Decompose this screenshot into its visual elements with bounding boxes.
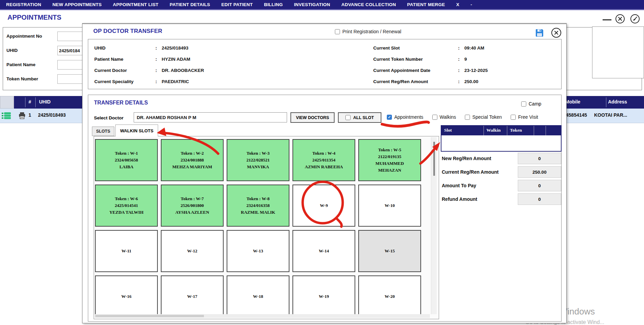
slot-token-label: Token : W-7: [181, 195, 204, 202]
table-select-column-header: [0, 96, 14, 109]
checkbox-icon[interactable]: [511, 115, 516, 120]
checkbox-icon[interactable]: [335, 29, 340, 34]
menu-item-edit-patient[interactable]: EDIT PATIENT: [221, 2, 253, 7]
slot-table-col-item: [546, 126, 561, 135]
checkbox-icon[interactable]: [521, 101, 526, 107]
camp-checkbox[interactable]: Camp: [521, 101, 541, 107]
slot-token-label: Token : W-3: [246, 150, 269, 157]
menu-item-billing[interactable]: BILLING: [264, 2, 283, 7]
slot-w-5[interactable]: Token : W-52122/019135MUHAMMED MEHAZAN: [358, 139, 421, 181]
clear-icon[interactable]: [630, 14, 640, 23]
menu-item-investigation[interactable]: INVESTIGATION: [294, 2, 330, 7]
minimize-icon[interactable]: [603, 19, 611, 20]
all-slot-checkbox-button[interactable]: ALL SLOT: [338, 112, 381, 123]
slot-uhid: 2122/019135: [378, 153, 401, 160]
tab-slots[interactable]: SLOTS: [92, 127, 114, 136]
slot-w-2[interactable]: Token : W-22324/001888MEHZA MARIYAM: [161, 139, 224, 181]
slot-w-8[interactable]: Token : W-82324/016358RAZMIL MALIK: [227, 185, 289, 227]
slot-w-11[interactable]: W-11: [95, 230, 158, 272]
special-token-label: Special Token: [472, 114, 502, 120]
camp-label: Camp: [529, 101, 541, 107]
list-glyph: [2, 112, 12, 119]
info-value: 9: [465, 57, 467, 62]
slot-w-14[interactable]: W-14: [292, 230, 355, 272]
checkbox-icon[interactable]: [345, 115, 351, 120]
print-registration-label: Print Registration / Renewal: [342, 29, 401, 34]
slot-token-label: Token : W-8: [246, 195, 269, 202]
column-divider: [606, 97, 606, 107]
menu-item-advance-collection[interactable]: ADVANCE COLLECTION: [341, 2, 396, 7]
slot-w-13[interactable]: W-13: [227, 230, 289, 272]
slot-uhid: 2324/001888: [181, 157, 204, 164]
slot-w-18[interactable]: W-18: [227, 275, 289, 318]
slot-w-19[interactable]: W-19: [292, 275, 355, 318]
free-visit-checkbox[interactable]: Free Visit: [511, 114, 538, 120]
info-colon: :: [155, 45, 157, 51]
slot-token-label: Token : W-5: [378, 147, 401, 153]
checkbox-icon[interactable]: [432, 115, 437, 120]
info-row: Current Reg/Ren Amount:250.00: [373, 79, 478, 84]
amount-row: Current Reg/Ren Amount250.00: [442, 166, 561, 178]
list-icon[interactable]: [2, 112, 12, 120]
slot-w-10[interactable]: W-10: [358, 185, 421, 227]
menu-item-registration[interactable]: REGISTRATION: [6, 2, 41, 7]
menu-item-patient-details[interactable]: PATIENT DETAILS: [170, 2, 210, 7]
tab-walkin-slots[interactable]: WALKIN SLOTS: [115, 125, 158, 136]
slot-w-17[interactable]: W-17: [161, 275, 224, 318]
scrollbar-thumb[interactable]: [433, 142, 435, 176]
slot-w-16[interactable]: W-16: [95, 275, 158, 318]
op-doctor-transfer-dialog: OP DOCTOR TRANSFER Print Registration / …: [82, 23, 567, 323]
info-value: 23-12-2025: [465, 68, 488, 73]
save-icon[interactable]: [535, 28, 544, 37]
slot-w-1[interactable]: Token : W-12324/005658LAIBA: [95, 139, 158, 181]
column-header-address: Address: [608, 99, 627, 104]
print-registration-checkbox[interactable]: Print Registration / Renewal: [335, 29, 401, 34]
slot-w-6[interactable]: Token : W-62425/014541YEZDA TALWIH: [95, 185, 158, 227]
walkin-slot-grid: Token : W-12324/005658LAIBAToken : W-223…: [95, 139, 421, 318]
info-row: Current Token Number:9: [373, 57, 467, 62]
special-token-checkbox[interactable]: Special Token: [465, 114, 502, 120]
slot-token-label: W-10: [385, 202, 395, 209]
slot-w-12[interactable]: W-12: [161, 230, 224, 272]
slot-w-9[interactable]: W-9: [292, 185, 355, 227]
menu-item-item[interactable]: -: [471, 2, 472, 7]
slot-w-15[interactable]: W-15: [358, 230, 421, 272]
menu-item-patient-merge[interactable]: PATIENT MERGE: [407, 2, 445, 7]
walkins-checkbox[interactable]: Walkins: [432, 114, 456, 120]
menu-item-appointment-list[interactable]: APPOINTMENT LIST: [113, 2, 158, 7]
checkbox-icon[interactable]: [465, 115, 470, 120]
close-icon[interactable]: [615, 14, 625, 23]
slot-token-label: W-19: [319, 293, 329, 300]
token-number-label: Token Number: [6, 76, 56, 81]
select-doctor-input[interactable]: [134, 112, 287, 122]
checkbox-icon[interactable]: ✓: [387, 115, 392, 120]
view-doctors-button[interactable]: VIEW DOCTORS: [290, 112, 335, 123]
slot-w-7[interactable]: Token : W-72526/001800AYSHA AZLEEN: [161, 185, 224, 227]
slot-uhid: 2425/011354: [312, 157, 336, 164]
menu-item-x[interactable]: X: [456, 2, 459, 7]
dialog-title: OP DOCTOR TRANSFER: [93, 28, 162, 35]
slot-w-20[interactable]: W-20: [358, 275, 421, 318]
all-slot-label: ALL SLOT: [353, 115, 374, 120]
slot-w-4[interactable]: Token : W-42425/011354AZMIN RABEEHA: [292, 139, 355, 181]
slot-token-label: W-14: [319, 248, 329, 254]
appointments-checkbox[interactable]: ✓Appointments: [387, 114, 423, 120]
free-visit-label: Free Visit: [518, 114, 538, 120]
refund-amount-value: 0: [518, 193, 561, 205]
slot-filter-checkboxes: ✓AppointmentsWalkinsSpecial TokenFree Vi…: [387, 114, 538, 120]
appointment-no-label: Appointment No: [6, 34, 56, 39]
menu-item-new-appointments[interactable]: NEW APPOINTMENTS: [52, 2, 101, 7]
info-label: Patient Name: [94, 57, 155, 62]
vertical-scrollbar[interactable]: [431, 137, 437, 314]
slot-w-3[interactable]: Token : W-32122/028521MANVIKA: [227, 139, 289, 181]
info-label: Current Appointment Date: [373, 68, 458, 73]
info-value: DR. ABOOBACKER: [162, 68, 204, 73]
slot-patient-name: RAZMIL MALIK: [241, 209, 275, 216]
horizontal-scrollbar[interactable]: [95, 314, 430, 318]
walkin-slots-grid-panel: Token : W-12324/005658LAIBAToken : W-223…: [94, 136, 439, 319]
print-icon[interactable]: [18, 112, 26, 121]
amount-row: New Reg/Ren Amount0: [442, 153, 561, 164]
scrollbar-thumb[interactable]: [95, 315, 204, 317]
dialog-close-icon[interactable]: [551, 28, 561, 38]
amount-to-pay-value: 0: [518, 180, 561, 191]
